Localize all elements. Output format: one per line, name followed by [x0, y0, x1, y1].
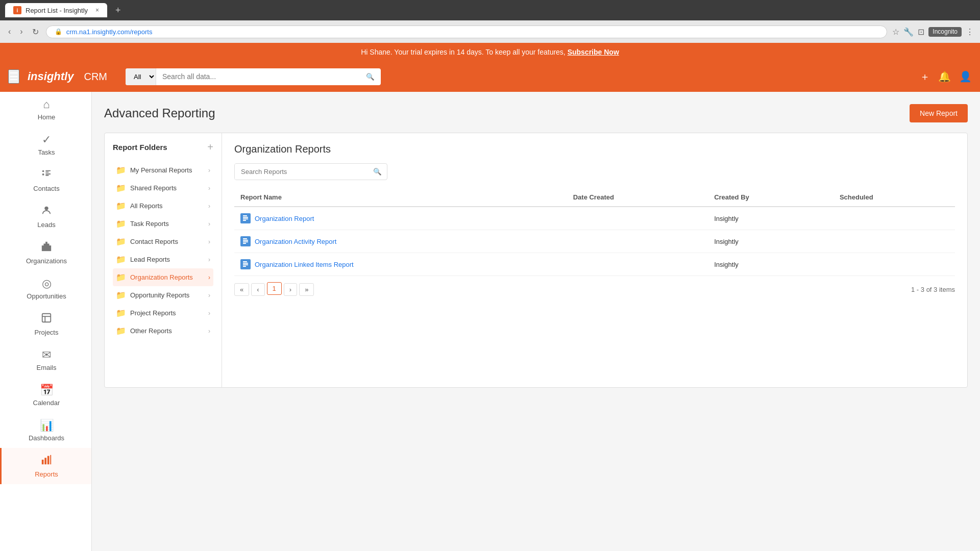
sidebar-item-emails[interactable]: ✉ Emails [0, 342, 91, 378]
report-link-0[interactable]: Organization Report [240, 213, 561, 223]
svg-rect-26 [243, 263, 248, 264]
folder-list-header: Report Folders + [113, 141, 213, 153]
sidebar-label-home: Home [38, 113, 56, 121]
folder-item-organization[interactable]: 📁 Organization Reports › [113, 268, 213, 286]
first-page-btn[interactable]: « [234, 283, 249, 296]
svg-rect-24 [243, 243, 246, 244]
col-report-name: Report Name [234, 188, 567, 207]
sidebar-item-contacts[interactable]: Contacts [0, 162, 91, 198]
subscribe-link[interactable]: Subscribe Now [568, 48, 619, 56]
sidebar-label-reports: Reports [35, 470, 58, 478]
report-search-btn[interactable]: 🔍 [368, 164, 387, 180]
tab-close-btn[interactable]: × [95, 7, 99, 14]
folder-name-shared: Shared Reports [130, 184, 204, 192]
forward-btn[interactable]: › [18, 25, 24, 38]
new-report-button[interactable]: New Report [910, 104, 968, 122]
report-link-1[interactable]: Organization Activity Report [240, 236, 561, 246]
global-search-input[interactable] [156, 68, 360, 85]
folder-item-project[interactable]: 📁 Project Reports › [113, 304, 213, 322]
user-avatar-btn[interactable]: 👤 [959, 70, 972, 83]
folder-item-shared[interactable]: 📁 Shared Reports › [113, 179, 213, 197]
trial-text: Hi Shane. Your trial expires in 14 days.… [361, 48, 566, 56]
home-icon: ⌂ [43, 98, 50, 111]
folder-item-opportunity[interactable]: 📁 Opportunity Reports › [113, 286, 213, 304]
browser-tab[interactable]: i Report List - Insightly × [5, 3, 107, 17]
bookmark-icon[interactable]: ☆ [892, 27, 899, 37]
folder-icon-lead: 📁 [116, 255, 126, 264]
sidebar-item-calendar[interactable]: 📅 Calendar [0, 378, 91, 413]
sidebar-item-home[interactable]: ⌂ Home [0, 92, 91, 127]
svg-rect-5 [45, 175, 48, 176]
sidebar-item-tasks[interactable]: ✓ Tasks [0, 127, 91, 162]
menu-icon[interactable]: ⋮ [966, 27, 974, 37]
global-search-bar: All 🔍 [126, 68, 381, 85]
folder-arrow-task: › [208, 220, 210, 228]
sidebar-item-projects[interactable]: Projects [0, 306, 91, 342]
sidebar-label-calendar: Calendar [33, 399, 60, 407]
incognito-badge: Incognito [928, 27, 962, 37]
url-bar[interactable]: 🔒 crm.na1.insightly.com/reports [46, 26, 888, 38]
leads-icon [41, 205, 52, 219]
sidebar-label-emails: Emails [36, 364, 56, 371]
folder-icon-personal: 📁 [116, 165, 126, 175]
extension-icon[interactable]: 🔧 [903, 27, 914, 37]
notifications-btn[interactable]: 🔔 [938, 70, 951, 83]
sidebar-label-dashboards: Dashboards [29, 434, 64, 442]
folder-item-lead[interactable]: 📁 Lead Reports › [113, 251, 213, 268]
prev-page-btn[interactable]: ‹ [251, 283, 264, 296]
svg-rect-20 [243, 220, 246, 221]
svg-rect-16 [50, 455, 51, 464]
svg-rect-10 [42, 314, 51, 322]
sidebar-label-leads: Leads [37, 221, 55, 229]
folder-icon-contact: 📁 [116, 237, 126, 246]
last-page-btn[interactable]: » [299, 283, 314, 296]
sidebar-item-reports[interactable]: Reports [0, 448, 91, 484]
svg-rect-18 [243, 217, 248, 218]
folder-name-opportunity: Opportunity Reports [130, 291, 204, 299]
folder-arrow-all: › [208, 203, 210, 210]
folder-name-all: All Reports [130, 202, 204, 210]
folder-item-other[interactable]: 📁 Other Reports › [113, 322, 213, 340]
sidebar-label-organizations: Organizations [26, 257, 67, 265]
folder-item-contact[interactable]: 📁 Contact Reports › [113, 233, 213, 251]
report-scheduled-2 [834, 253, 955, 276]
new-tab-btn[interactable]: + [111, 3, 125, 18]
sidebar-item-organizations[interactable]: Organizations [0, 235, 91, 271]
report-search-input[interactable] [235, 164, 368, 180]
folder-item-my-personal[interactable]: 📁 My Personal Reports › [113, 161, 213, 179]
sidebar-item-leads[interactable]: Leads [0, 198, 91, 235]
report-link-2[interactable]: Organization Linked Items Report [240, 259, 561, 269]
folder-arrow-contact: › [208, 238, 210, 245]
refresh-btn[interactable]: ↻ [30, 25, 41, 39]
dashboards-icon: 📊 [40, 419, 54, 432]
folder-icon-other: 📁 [116, 326, 126, 336]
global-search-btn[interactable]: 🔍 [360, 69, 381, 85]
sidebar-item-dashboards[interactable]: 📊 Dashboards [0, 413, 91, 448]
folder-name-personal: My Personal Reports [130, 166, 204, 174]
back-btn[interactable]: ‹ [6, 25, 13, 38]
folder-arrow-organization: › [208, 274, 210, 281]
sidebar-item-opportunities[interactable]: ◎ Opportunities [0, 271, 91, 306]
report-file-icon-1 [240, 236, 251, 246]
add-btn[interactable]: ＋ [920, 70, 930, 84]
organizations-icon [41, 241, 52, 255]
tasks-icon: ✓ [42, 133, 51, 146]
folder-item-all[interactable]: 📁 All Reports › [113, 197, 213, 215]
window-icon[interactable]: ⊡ [918, 27, 924, 37]
hamburger-btn[interactable]: ☰ [8, 69, 19, 84]
report-creator-0: Insightly [708, 207, 834, 230]
svg-rect-23 [243, 241, 248, 242]
next-page-btn[interactable]: › [284, 283, 297, 296]
report-creator-2: Insightly [708, 253, 834, 276]
add-folder-btn[interactable]: + [207, 141, 213, 153]
folder-arrow-shared: › [208, 185, 210, 192]
folder-name-task: Task Reports [130, 220, 204, 228]
url-text: crm.na1.insightly.com/reports [66, 28, 153, 36]
folder-item-task[interactable]: 📁 Task Reports › [113, 215, 213, 233]
emails-icon: ✉ [42, 348, 51, 362]
report-scheduled-0 [834, 207, 955, 230]
search-category-dropdown[interactable]: All [126, 68, 156, 85]
report-file-icon-2 [240, 259, 251, 269]
page-header: Advanced Reporting New Report [104, 104, 968, 122]
page-1-btn[interactable]: 1 [267, 282, 282, 295]
